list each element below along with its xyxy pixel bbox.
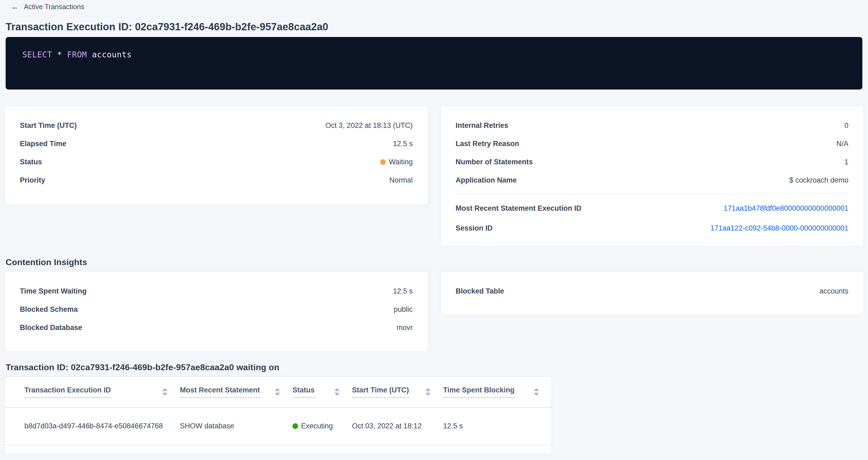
blocked-schema-label: Blocked Schema (20, 305, 78, 314)
waiting-on-table: Transaction Execution ID Most Recent Sta… (5, 377, 551, 445)
status-value: Waiting (389, 158, 412, 166)
card-divider (456, 193, 849, 194)
col-label-time-spent-blocking: Time Spent Blocking (443, 386, 515, 398)
row-blocked-schema: Blocked Schema public (20, 300, 413, 318)
page-title: Transaction Execution ID: 02ca7931-f246-… (6, 21, 864, 33)
priority-value: Normal (389, 176, 412, 184)
blocked-schema-value: public (394, 305, 413, 314)
cell-start-time: Oct 03, 2022 at 18:12 (352, 407, 443, 445)
application-name-label: Application Name (456, 176, 517, 184)
transaction-summary-card: Start Time (UTC) Oct 3, 2022 at 18:13 (U… (5, 105, 428, 205)
back-label: Active Transactions (24, 3, 84, 11)
row-time-spent-waiting: Time Spent Waiting 12.5 s (20, 282, 413, 300)
col-header-start-time[interactable]: Start Time (UTC) (352, 377, 443, 407)
elapsed-time-label: Elapsed Time (20, 140, 66, 148)
sql-keyword-select: SELECT (22, 50, 52, 59)
sql-keyword-from: FROM (67, 50, 87, 59)
row-number-of-statements: Number of Statements 1 (456, 153, 849, 171)
time-spent-waiting-value: 12.5 s (393, 287, 413, 296)
last-retry-reason-value: N/A (836, 140, 848, 148)
row-internal-retries: Internal Retries 0 (456, 116, 849, 134)
sort-icon[interactable] (275, 388, 280, 396)
number-of-statements-value: 1 (844, 158, 848, 166)
col-header-transaction-execution-id[interactable]: Transaction Execution ID (5, 377, 180, 407)
elapsed-time-value: 12.5 s (393, 140, 413, 148)
time-spent-waiting-label: Time Spent Waiting (20, 287, 87, 296)
status-badge: Waiting (380, 158, 412, 166)
blocked-table-label: Blocked Table (456, 287, 504, 296)
row-status: Status Waiting (20, 153, 413, 171)
sort-icon[interactable] (334, 388, 340, 396)
internal-retries-value: 0 (844, 121, 848, 130)
cell-most-recent-statement: SHOW database (180, 407, 292, 445)
number-of-statements-label: Number of Statements (456, 158, 533, 166)
col-label-most-recent-statement: Most Recent Statement (180, 386, 260, 398)
cell-time-spent-blocking: 12.5 s (443, 407, 551, 445)
start-time-label: Start Time (UTC) (20, 121, 77, 130)
transaction-details-card: Internal Retries 0 Last Retry Reason N/A… (440, 105, 864, 246)
sql-statement: SELECT * FROM accounts (22, 50, 132, 59)
waiting-on-table-card: Transaction Execution ID Most Recent Sta… (5, 376, 552, 454)
statement-execution-id-link[interactable]: 171aa1b478fdf0e80000000000000001 (724, 204, 849, 213)
executing-status-dot-icon (292, 423, 298, 429)
sort-icon[interactable] (426, 388, 431, 396)
status-label: Status (20, 158, 42, 166)
internal-retries-label: Internal Retries (456, 121, 508, 130)
row-start-time: Start Time (UTC) Oct 3, 2022 at 18:13 (U… (20, 116, 413, 134)
last-retry-reason-label: Last Retry Reason (456, 140, 519, 148)
sort-icon[interactable] (534, 388, 539, 396)
row-application-name: Application Name $ cockroach demo (456, 171, 849, 189)
contention-cards-row: Time Spent Waiting 12.5 s Blocked Schema… (5, 271, 864, 352)
contention-right-card: Blocked Table accounts (440, 271, 864, 315)
sql-table-identifier: accounts (92, 50, 132, 59)
col-header-time-spent-blocking[interactable]: Time Spent Blocking (443, 377, 551, 407)
col-header-status[interactable]: Status (292, 377, 352, 407)
row-session-id: Session ID 171aa122-c092-54b8-0000-00000… (456, 218, 849, 238)
statement-execution-id-label: Most Recent Statement Execution ID (456, 204, 582, 213)
col-label-status: Status (292, 386, 315, 398)
row-most-recent-statement-execution-id: Most Recent Statement Execution ID 171aa… (456, 198, 849, 218)
waiting-status-dot-icon (380, 159, 386, 165)
contention-insights-heading: Contention Insights (6, 257, 864, 268)
row-blocked-database: Blocked Database movr (20, 318, 413, 337)
row-blocked-table: Blocked Table accounts (456, 282, 849, 300)
table-header-row: Transaction Execution ID Most Recent Sta… (5, 377, 551, 407)
contention-left-card: Time Spent Waiting 12.5 s Blocked Schema… (5, 271, 428, 352)
start-time-value: Oct 3, 2022 at 18:13 (UTC) (326, 121, 413, 130)
col-label-start-time: Start Time (UTC) (352, 386, 409, 398)
sort-icon[interactable] (162, 388, 167, 396)
back-link[interactable]: ← Active Transactions (11, 2, 864, 11)
blocked-database-label: Blocked Database (20, 324, 82, 332)
row-last-retry-reason: Last Retry Reason N/A (456, 134, 849, 153)
waiting-on-heading: Transaction ID: 02ca7931-f246-469b-b2fe-… (6, 362, 864, 373)
sql-statement-box: SELECT * FROM accounts (6, 37, 862, 90)
sql-star-operator: * (57, 50, 62, 59)
application-name-value: $ cockroach demo (789, 176, 848, 184)
cell-status: Executing (292, 407, 352, 445)
blocked-database-value: movr (397, 324, 413, 332)
col-label-transaction-execution-id: Transaction Execution ID (24, 386, 111, 398)
col-header-most-recent-statement[interactable]: Most Recent Statement (180, 377, 292, 407)
row-elapsed-time: Elapsed Time 12.5 s (20, 134, 413, 153)
row-priority: Priority Normal (20, 171, 413, 189)
cell-transaction-execution-id: b8d7d03a-d497-446b-8474-e50846674768 (5, 407, 180, 445)
session-id-link[interactable]: 171aa122-c092-54b8-0000-000000000001 (710, 224, 848, 233)
cell-status-value: Executing (301, 422, 333, 430)
session-id-label: Session ID (456, 224, 493, 233)
blocked-table-value: accounts (819, 287, 848, 296)
priority-label: Priority (20, 176, 45, 184)
summary-cards-row: Start Time (UTC) Oct 3, 2022 at 18:13 (U… (5, 105, 864, 246)
back-arrow-icon: ← (11, 3, 19, 11)
table-row: b8d7d03a-d497-446b-8474-e50846674768 SHO… (5, 407, 551, 445)
